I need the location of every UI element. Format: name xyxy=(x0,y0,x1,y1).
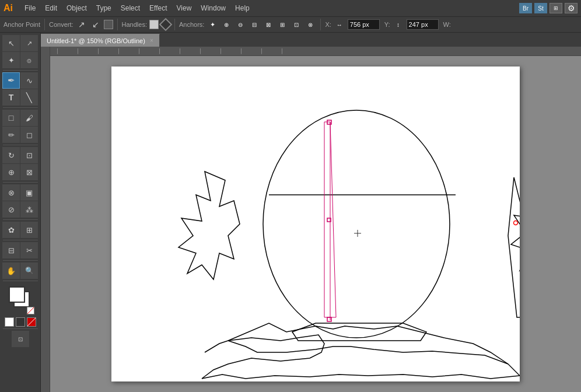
pen-tool[interactable]: ✒ xyxy=(2,72,20,89)
zoom-tool[interactable]: 🔍 xyxy=(20,262,38,279)
rectangle-tool[interactable]: □ xyxy=(2,110,20,126)
canvas-tab[interactable]: Untitled-1* @ 150% (RGB/Outline) × xyxy=(41,34,160,47)
lasso-tool[interactable]: ⌾ xyxy=(20,52,38,68)
svg-point-10 xyxy=(514,221,518,225)
canvas-content: │ │ │ │ │ │ │ │ │ │ │ │ xyxy=(41,47,581,392)
menu-object[interactable]: Object xyxy=(62,2,92,15)
handles-label: Handles: xyxy=(122,21,147,28)
handles-btn[interactable] xyxy=(149,20,159,29)
add-anchor-btn[interactable]: ⊕ xyxy=(220,19,232,30)
tool-sep-1 xyxy=(3,70,38,71)
direct-selection-tool[interactable]: ↗ xyxy=(20,35,38,51)
graph-tool[interactable]: ⊞ xyxy=(20,222,38,238)
align-btn5[interactable]: ⊗ xyxy=(304,19,316,30)
line-tool[interactable]: ╲ xyxy=(20,89,38,106)
menu-bar: Ai File Edit Object Type Select Effect V… xyxy=(0,0,581,16)
menu-type[interactable]: Type xyxy=(92,2,116,15)
menu-view[interactable]: View xyxy=(172,2,197,15)
rotate-tool[interactable]: ↻ xyxy=(2,147,20,163)
convert-auto-btn[interactable] xyxy=(104,20,113,29)
y-toggle[interactable]: ↕ xyxy=(393,19,404,30)
remove-anchor-btn[interactable]: ⊖ xyxy=(235,19,246,30)
pencil-tool[interactable]: ✏ xyxy=(2,127,20,143)
small-swatch-red[interactable] xyxy=(27,317,36,327)
sep1 xyxy=(44,19,45,30)
paintbrush-tool[interactable]: 🖌 xyxy=(20,110,38,126)
convert-smooth-btn[interactable]: ↙ xyxy=(90,19,102,30)
menu-window[interactable]: Window xyxy=(196,2,230,15)
tool-row-13: ✋ 🔍 xyxy=(2,262,38,279)
sep4 xyxy=(320,19,321,30)
tool-sep-7 xyxy=(3,260,38,261)
curvature-tool[interactable]: ∿ xyxy=(20,72,38,89)
menu-effect[interactable]: Effect xyxy=(145,2,172,15)
tool-row-layers: ⊡ xyxy=(12,331,29,347)
blend-tool[interactable]: ⁂ xyxy=(20,201,38,218)
scale-tool[interactable]: ⊡ xyxy=(20,147,38,163)
bridge-icon[interactable]: Br xyxy=(519,3,532,13)
tool-sep-8 xyxy=(3,281,38,281)
toolbar: Anchor Point Convert: ↗ ↙ Handles: Ancho… xyxy=(0,16,581,33)
tool-sep-9 xyxy=(3,328,38,329)
handles-diamond-btn[interactable] xyxy=(159,18,173,32)
none-icon[interactable] xyxy=(27,307,34,314)
align-btn3[interactable]: ⊞ xyxy=(276,19,288,30)
eyedropper-tool[interactable]: ⊘ xyxy=(2,201,20,218)
tool-row-11: ✿ ⊞ xyxy=(2,222,38,238)
white-canvas xyxy=(111,66,520,382)
svg-marker-4 xyxy=(178,172,240,279)
sep3 xyxy=(174,19,175,30)
tool-row-1: ↖ ↗ xyxy=(2,35,38,51)
tool-sep-6 xyxy=(3,240,38,240)
align-btn1[interactable]: ⊟ xyxy=(249,19,260,30)
y-label: Y: xyxy=(384,21,390,28)
eraser-tool[interactable]: ◻ xyxy=(20,127,38,143)
tool-row-7: ↻ ⊡ xyxy=(2,147,38,163)
selection-tool[interactable]: ↖ xyxy=(2,35,20,51)
hand-tool[interactable]: ✋ xyxy=(2,262,20,279)
type-tool[interactable]: T xyxy=(2,89,20,106)
tab-close-btn[interactable]: × xyxy=(150,37,153,44)
tool-row-10: ⊘ ⁂ xyxy=(2,201,38,218)
artboard-tool[interactable]: ⊟ xyxy=(2,242,20,258)
search-icon[interactable]: ⚙ xyxy=(565,3,578,13)
sep2 xyxy=(117,19,118,30)
tool-sep-4 xyxy=(3,182,38,183)
svg-point-0 xyxy=(263,110,450,338)
workspace-icon[interactable]: ⊞ xyxy=(550,3,562,13)
shape-builder-tool[interactable]: ⊗ xyxy=(2,184,20,201)
symbol-sprayer-tool[interactable]: ✿ xyxy=(2,222,20,238)
anchors-label: Anchors: xyxy=(179,21,204,28)
main-area: ↖ ↗ ✦ ⌾ ✒ ∿ T ╲ □ 🖌 ✏ ◻ ↻ ⊡ ⊕ xyxy=(0,33,581,392)
convert-label: Convert: xyxy=(49,21,74,28)
warp-tool[interactable]: ⊕ xyxy=(2,164,20,180)
convert-corner-btn[interactable]: ↗ xyxy=(76,19,88,30)
ruler-left xyxy=(41,47,50,392)
slice-tool[interactable]: ✂ xyxy=(20,242,38,258)
app-logo: Ai xyxy=(4,3,13,13)
align-btn4[interactable]: ⊡ xyxy=(290,19,302,30)
menu-edit[interactable]: Edit xyxy=(40,2,62,15)
tool-row-4: T ╲ xyxy=(2,89,38,106)
show-anchors-btn[interactable]: ✦ xyxy=(206,19,218,30)
canvas-background[interactable] xyxy=(50,56,581,392)
small-swatch-2[interactable] xyxy=(16,317,25,327)
fill-swatch[interactable] xyxy=(9,286,25,303)
y-input[interactable]: 247 px xyxy=(407,19,439,30)
magic-wand-tool[interactable]: ✦ xyxy=(2,52,20,68)
layers-icon[interactable]: ⊡ xyxy=(12,331,29,347)
x-toggle[interactable]: ↔ xyxy=(334,19,345,30)
x-input[interactable]: 756 px xyxy=(348,19,380,30)
align-btn2[interactable]: ⊠ xyxy=(262,19,274,30)
x-label: X: xyxy=(325,21,331,28)
small-swatch-1[interactable] xyxy=(5,317,14,327)
artwork xyxy=(111,66,520,382)
menu-file[interactable]: File xyxy=(20,2,40,15)
menu-select[interactable]: Select xyxy=(116,2,145,15)
gradient-tool[interactable]: ▣ xyxy=(20,184,38,201)
free-transform-tool[interactable]: ⊠ xyxy=(20,164,38,180)
w-label: W: xyxy=(443,21,451,28)
toolbox: ↖ ↗ ✦ ⌾ ✒ ∿ T ╲ □ 🖌 ✏ ◻ ↻ ⊡ ⊕ xyxy=(0,33,41,392)
menu-help[interactable]: Help xyxy=(230,2,254,15)
stock-icon[interactable]: St xyxy=(534,3,547,13)
